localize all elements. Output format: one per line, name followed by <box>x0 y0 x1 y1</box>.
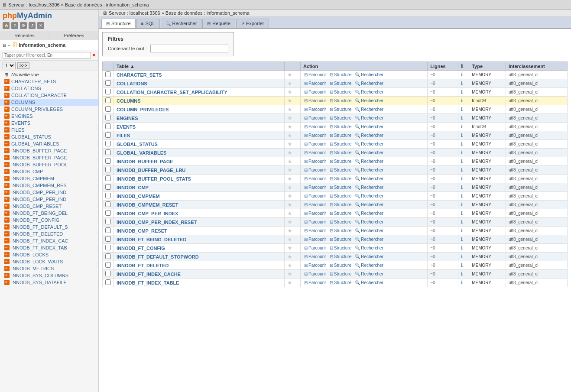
row-checkbox[interactable] <box>105 106 111 112</box>
search-btn[interactable]: 🔍Rechercher <box>354 194 384 198</box>
favorite-star[interactable]: ★ <box>287 227 292 234</box>
structure-btn[interactable]: ⊟Structure <box>329 81 353 86</box>
table-name-link[interactable]: INNODB_BUFFER_PAGE <box>117 159 173 164</box>
info-icon[interactable]: ℹ <box>461 280 463 285</box>
browse-btn[interactable]: ⊞Parcourir <box>303 90 327 94</box>
row-checkbox[interactable] <box>105 123 111 129</box>
tab-sql[interactable]: ≡SQL <box>136 19 160 28</box>
exit-icon[interactable]: ✕ <box>37 22 44 29</box>
row-checkbox[interactable] <box>105 236 111 242</box>
browse-btn[interactable]: ⊞Parcourir <box>303 185 327 190</box>
sidebar-item[interactable]: ⇒INNODB_LOCKS <box>0 251 98 258</box>
sidebar-next-btn[interactable]: >>> <box>17 62 29 69</box>
browse-btn[interactable]: ⊞Parcourir <box>303 263 327 268</box>
info-icon[interactable]: ℹ <box>461 124 463 129</box>
sidebar-item[interactable]: ⇒GLOBAL_STATUS <box>0 133 98 140</box>
browse-btn[interactable]: ⊞Parcourir <box>303 168 327 172</box>
browse-btn[interactable]: ⊞Parcourir <box>303 280 327 285</box>
info-icon[interactable]: ℹ <box>461 271 463 276</box>
search-btn[interactable]: 🔍Rechercher <box>354 150 384 155</box>
row-checkbox[interactable] <box>105 149 111 155</box>
table-name-link[interactable]: INNODB_CMPMEM <box>117 194 160 199</box>
row-checkbox[interactable] <box>105 245 111 250</box>
browse-btn[interactable]: ⊞Parcourir <box>303 237 327 242</box>
structure-btn[interactable]: ⊟Structure <box>329 246 353 250</box>
sidebar-item[interactable]: ⇒COLUMNS <box>0 99 98 106</box>
favorite-star[interactable]: ★ <box>287 245 292 251</box>
favorite-star[interactable]: ★ <box>287 201 292 208</box>
browse-btn[interactable]: ⊞Parcourir <box>303 194 327 198</box>
info-icon[interactable]: ℹ <box>461 228 463 233</box>
structure-btn[interactable]: ⊟Structure <box>329 211 353 216</box>
search-btn[interactable]: 🔍Rechercher <box>354 237 384 242</box>
structure-btn[interactable]: ⊟Structure <box>329 98 353 103</box>
favorite-star[interactable]: ★ <box>287 141 292 147</box>
table-name-link[interactable]: INNODB_BUFFER_POOL_STATS <box>117 176 191 181</box>
sidebar-item[interactable]: ⇒INNODB_CMPMEM_RES <box>0 182 98 189</box>
favorite-star[interactable]: ★ <box>287 279 292 286</box>
table-name-link[interactable]: INNODB_CMP_PER_INDEX_RESET <box>117 220 197 225</box>
favorite-star[interactable]: ★ <box>287 149 292 156</box>
structure-btn[interactable]: ⊟Structure <box>329 254 353 259</box>
browse-btn[interactable]: ⊞Parcourir <box>303 220 327 224</box>
sidebar-item[interactable]: ⇒CHARACTER_SETS <box>0 78 98 85</box>
sidebar-item[interactable]: ⇒COLLATION_CHARACTE <box>0 92 98 99</box>
info-icon[interactable]: ℹ <box>461 115 463 120</box>
browse-btn[interactable]: ⊞Parcourir <box>303 211 327 216</box>
row-checkbox[interactable] <box>105 97 111 103</box>
structure-btn[interactable]: ⊟Structure <box>329 220 353 224</box>
favorite-star[interactable]: ★ <box>287 210 292 217</box>
sidebar-item[interactable]: ⇒GLOBAL_VARIABLES <box>0 140 98 147</box>
db-name[interactable]: information_schema <box>19 42 66 48</box>
info-icon[interactable]: ℹ <box>461 193 463 198</box>
sidebar-item[interactable]: ⇒INNODB_BUFFER_PAGE <box>0 147 98 154</box>
browse-btn[interactable]: ⊞Parcourir <box>303 133 327 138</box>
browse-btn[interactable]: ⊞Parcourir <box>303 107 327 112</box>
table-name-link[interactable]: EVENTS <box>117 124 136 130</box>
search-btn[interactable]: 🔍Rechercher <box>354 254 384 259</box>
table-name-link[interactable]: CHARACTER_SETS <box>117 72 162 78</box>
structure-btn[interactable]: ⊟Structure <box>329 168 353 172</box>
search-btn[interactable]: 🔍Rechercher <box>354 72 384 77</box>
row-checkbox[interactable] <box>105 80 111 86</box>
structure-btn[interactable]: ⊟Structure <box>329 72 353 77</box>
favorite-star[interactable]: ★ <box>287 271 292 277</box>
sidebar-item[interactable]: ⇒INNODB_CMP_RESET <box>0 203 98 210</box>
filter-text-input[interactable] <box>150 45 228 52</box>
favorite-star[interactable]: ★ <box>287 167 292 173</box>
row-checkbox[interactable] <box>105 71 111 77</box>
table-name-link[interactable]: INNODB_FT_DELETED <box>117 263 169 268</box>
browse-btn[interactable]: ⊞Parcourir <box>303 116 327 120</box>
home-icon[interactable]: 🏠 <box>3 22 10 29</box>
favorite-star[interactable]: ★ <box>287 132 292 139</box>
browse-btn[interactable]: ⊞Parcourir <box>303 124 327 129</box>
structure-btn[interactable]: ⊟Structure <box>329 159 353 164</box>
favorite-star[interactable]: ★ <box>287 184 292 191</box>
sidebar-item[interactable]: ⇒INNODB_BUFFER_POOL <box>0 161 98 168</box>
table-name-link[interactable]: COLLATION_CHARACTER_SET_APPLICABILITY <box>117 90 227 95</box>
browse-btn[interactable]: ⊞Parcourir <box>303 72 327 77</box>
collapse-icon[interactable]: ⊟ <box>3 43 6 48</box>
table-name-link[interactable]: INNODB_CMPMEM_RESET <box>117 202 178 207</box>
favorite-star[interactable]: ★ <box>287 71 292 78</box>
info-icon[interactable]: ℹ <box>461 150 463 155</box>
favorite-star[interactable]: ★ <box>287 236 292 243</box>
info-icon[interactable]: ℹ <box>461 133 463 138</box>
sidebar-item[interactable]: ⇒INNODB_FT_INDEX_CAC <box>0 237 98 244</box>
search-btn[interactable]: 🔍Rechercher <box>354 185 384 190</box>
table-name-link[interactable]: INNODB_FT_CONFIG <box>117 246 165 251</box>
browse-btn[interactable]: ⊞Parcourir <box>303 254 327 259</box>
row-checkbox[interactable] <box>105 201 111 207</box>
search-btn[interactable]: 🔍Rechercher <box>354 263 384 268</box>
search-btn[interactable]: 🔍Rechercher <box>354 90 384 94</box>
info-icon[interactable]: ℹ <box>461 262 463 268</box>
structure-btn[interactable]: ⊟Structure <box>329 150 353 155</box>
browse-btn[interactable]: ⊞Parcourir <box>303 272 327 276</box>
structure-btn[interactable]: ⊟Structure <box>329 116 353 120</box>
structure-btn[interactable]: ⊟Structure <box>329 176 353 181</box>
reload-icon[interactable]: ↺ <box>29 22 36 29</box>
tab-structure[interactable]: ⊞Structure <box>101 19 136 28</box>
table-name-link[interactable]: COLUMNS <box>117 98 141 104</box>
info-icon[interactable]: ℹ <box>461 89 463 94</box>
search-btn[interactable]: 🔍Rechercher <box>354 133 384 138</box>
